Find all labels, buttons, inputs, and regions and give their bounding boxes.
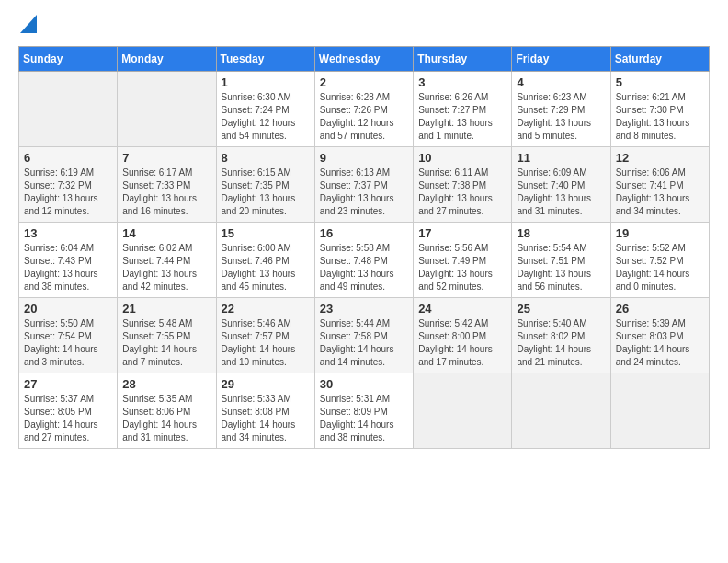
day-number: 17 (418, 226, 506, 240)
calendar-week-row: 20Sunrise: 5:50 AM Sunset: 7:54 PM Dayli… (19, 298, 710, 373)
day-info: Sunrise: 5:33 AM Sunset: 8:08 PM Dayligh… (222, 393, 310, 444)
day-info: Sunrise: 6:11 AM Sunset: 7:38 PM Dayligh… (418, 167, 506, 218)
calendar-cell: 1Sunrise: 6:30 AM Sunset: 7:24 PM Daylig… (216, 72, 314, 147)
day-info: Sunrise: 6:13 AM Sunset: 7:37 PM Dayligh… (320, 167, 408, 218)
calendar-cell: 4Sunrise: 6:23 AM Sunset: 7:29 PM Daylig… (512, 72, 610, 147)
day-info: Sunrise: 5:52 AM Sunset: 7:52 PM Dayligh… (616, 242, 704, 293)
calendar-cell: 17Sunrise: 5:56 AM Sunset: 7:49 PM Dayli… (414, 223, 512, 298)
day-number: 15 (222, 226, 310, 240)
day-info: Sunrise: 5:40 AM Sunset: 8:02 PM Dayligh… (517, 317, 605, 369)
calendar-cell: 5Sunrise: 6:21 AM Sunset: 7:30 PM Daylig… (610, 72, 709, 147)
day-number: 10 (418, 151, 506, 165)
calendar-week-row: 6Sunrise: 6:19 AM Sunset: 7:32 PM Daylig… (19, 147, 710, 223)
calendar-cell: 21Sunrise: 5:48 AM Sunset: 7:55 PM Dayli… (118, 298, 216, 373)
day-info: Sunrise: 6:26 AM Sunset: 7:27 PM Dayligh… (418, 91, 506, 143)
calendar-cell: 30Sunrise: 5:31 AM Sunset: 8:09 PM Dayli… (314, 373, 413, 449)
day-number: 29 (222, 377, 310, 391)
day-number: 8 (222, 151, 310, 165)
calendar-cell (512, 373, 610, 449)
calendar-cell: 18Sunrise: 5:54 AM Sunset: 7:51 PM Dayli… (512, 223, 610, 298)
day-info: Sunrise: 6:09 AM Sunset: 7:40 PM Dayligh… (517, 167, 605, 218)
calendar-cell: 23Sunrise: 5:44 AM Sunset: 7:58 PM Dayli… (314, 298, 413, 373)
calendar-week-row: 27Sunrise: 5:37 AM Sunset: 8:05 PM Dayli… (19, 373, 710, 449)
day-info: Sunrise: 5:39 AM Sunset: 8:03 PM Dayligh… (616, 317, 704, 369)
day-number: 20 (24, 302, 112, 316)
calendar-cell: 8Sunrise: 6:15 AM Sunset: 7:35 PM Daylig… (216, 147, 314, 223)
svg-marker-0 (20, 15, 37, 33)
calendar-cell: 9Sunrise: 6:13 AM Sunset: 7:37 PM Daylig… (314, 147, 413, 223)
calendar-cell: 26Sunrise: 5:39 AM Sunset: 8:03 PM Dayli… (610, 298, 709, 373)
calendar-cell: 20Sunrise: 5:50 AM Sunset: 7:54 PM Dayli… (19, 298, 118, 373)
day-info: Sunrise: 5:56 AM Sunset: 7:49 PM Dayligh… (418, 242, 506, 293)
calendar-cell: 15Sunrise: 6:00 AM Sunset: 7:46 PM Dayli… (216, 223, 314, 298)
calendar-cell: 22Sunrise: 5:46 AM Sunset: 7:57 PM Dayli… (216, 298, 314, 373)
day-number: 16 (320, 226, 408, 240)
calendar-cell: 16Sunrise: 5:58 AM Sunset: 7:48 PM Dayli… (314, 223, 413, 298)
weekday-header: Monday (118, 47, 216, 72)
calendar-cell: 2Sunrise: 6:28 AM Sunset: 7:26 PM Daylig… (314, 72, 413, 147)
day-number: 27 (24, 377, 112, 391)
weekday-header: Thursday (414, 47, 512, 72)
day-number: 21 (122, 302, 210, 316)
calendar-cell: 25Sunrise: 5:40 AM Sunset: 8:02 PM Dayli… (512, 298, 610, 373)
day-info: Sunrise: 6:06 AM Sunset: 7:41 PM Dayligh… (616, 167, 704, 218)
day-number: 30 (320, 377, 408, 391)
weekday-header: Tuesday (216, 47, 314, 72)
weekday-header: Wednesday (314, 47, 413, 72)
calendar-cell: 29Sunrise: 5:33 AM Sunset: 8:08 PM Dayli… (216, 373, 314, 449)
day-number: 18 (517, 226, 605, 240)
day-info: Sunrise: 6:15 AM Sunset: 7:35 PM Dayligh… (222, 167, 310, 218)
day-info: Sunrise: 5:37 AM Sunset: 8:05 PM Dayligh… (24, 393, 112, 444)
day-info: Sunrise: 5:58 AM Sunset: 7:48 PM Dayligh… (320, 242, 408, 293)
calendar-cell: 10Sunrise: 6:11 AM Sunset: 7:38 PM Dayli… (414, 147, 512, 223)
day-number: 1 (222, 75, 310, 89)
weekday-header: Sunday (19, 47, 118, 72)
calendar-cell (19, 72, 118, 147)
calendar-cell: 12Sunrise: 6:06 AM Sunset: 7:41 PM Dayli… (610, 147, 709, 223)
calendar-cell: 6Sunrise: 6:19 AM Sunset: 7:32 PM Daylig… (19, 147, 118, 223)
day-info: Sunrise: 6:17 AM Sunset: 7:33 PM Dayligh… (122, 167, 210, 218)
calendar-header-row: SundayMondayTuesdayWednesdayThursdayFrid… (19, 47, 710, 72)
calendar-cell: 19Sunrise: 5:52 AM Sunset: 7:52 PM Dayli… (610, 223, 709, 298)
day-info: Sunrise: 6:19 AM Sunset: 7:32 PM Dayligh… (24, 167, 112, 218)
day-number: 6 (24, 151, 112, 165)
day-info: Sunrise: 5:35 AM Sunset: 8:06 PM Dayligh… (122, 393, 210, 444)
calendar-cell: 3Sunrise: 6:26 AM Sunset: 7:27 PM Daylig… (414, 72, 512, 147)
day-info: Sunrise: 5:31 AM Sunset: 8:09 PM Dayligh… (320, 393, 408, 444)
logo (18, 15, 37, 37)
calendar-cell: 27Sunrise: 5:37 AM Sunset: 8:05 PM Dayli… (19, 373, 118, 449)
day-info: Sunrise: 6:21 AM Sunset: 7:30 PM Dayligh… (616, 91, 704, 143)
day-number: 9 (320, 151, 408, 165)
day-info: Sunrise: 6:28 AM Sunset: 7:26 PM Dayligh… (320, 91, 408, 143)
day-info: Sunrise: 6:04 AM Sunset: 7:43 PM Dayligh… (24, 242, 112, 293)
calendar-cell (414, 373, 512, 449)
calendar-cell: 7Sunrise: 6:17 AM Sunset: 7:33 PM Daylig… (118, 147, 216, 223)
day-info: Sunrise: 6:00 AM Sunset: 7:46 PM Dayligh… (222, 242, 310, 293)
calendar-cell: 28Sunrise: 5:35 AM Sunset: 8:06 PM Dayli… (118, 373, 216, 449)
day-info: Sunrise: 6:23 AM Sunset: 7:29 PM Dayligh… (517, 91, 605, 143)
day-number: 12 (616, 151, 704, 165)
day-number: 4 (517, 75, 605, 89)
day-number: 24 (418, 302, 506, 316)
calendar-week-row: 1Sunrise: 6:30 AM Sunset: 7:24 PM Daylig… (19, 72, 710, 147)
day-number: 23 (320, 302, 408, 316)
day-number: 13 (24, 226, 112, 240)
day-number: 5 (616, 75, 704, 89)
day-info: Sunrise: 5:42 AM Sunset: 8:00 PM Dayligh… (418, 317, 506, 369)
day-number: 25 (517, 302, 605, 316)
day-number: 11 (517, 151, 605, 165)
calendar-week-row: 13Sunrise: 6:04 AM Sunset: 7:43 PM Dayli… (19, 223, 710, 298)
day-number: 7 (122, 151, 210, 165)
day-number: 2 (320, 75, 408, 89)
day-info: Sunrise: 5:50 AM Sunset: 7:54 PM Dayligh… (24, 317, 112, 369)
day-info: Sunrise: 6:02 AM Sunset: 7:44 PM Dayligh… (122, 242, 210, 293)
day-number: 22 (222, 302, 310, 316)
calendar-cell: 13Sunrise: 6:04 AM Sunset: 7:43 PM Dayli… (19, 223, 118, 298)
day-info: Sunrise: 5:46 AM Sunset: 7:57 PM Dayligh… (222, 317, 310, 369)
day-info: Sunrise: 5:48 AM Sunset: 7:55 PM Dayligh… (122, 317, 210, 369)
page: SundayMondayTuesdayWednesdayThursdayFrid… (0, 0, 728, 563)
calendar-table: SundayMondayTuesdayWednesdayThursdayFrid… (18, 46, 710, 449)
day-info: Sunrise: 5:44 AM Sunset: 7:58 PM Dayligh… (320, 317, 408, 369)
calendar-cell: 24Sunrise: 5:42 AM Sunset: 8:00 PM Dayli… (414, 298, 512, 373)
day-info: Sunrise: 6:30 AM Sunset: 7:24 PM Dayligh… (222, 91, 310, 143)
